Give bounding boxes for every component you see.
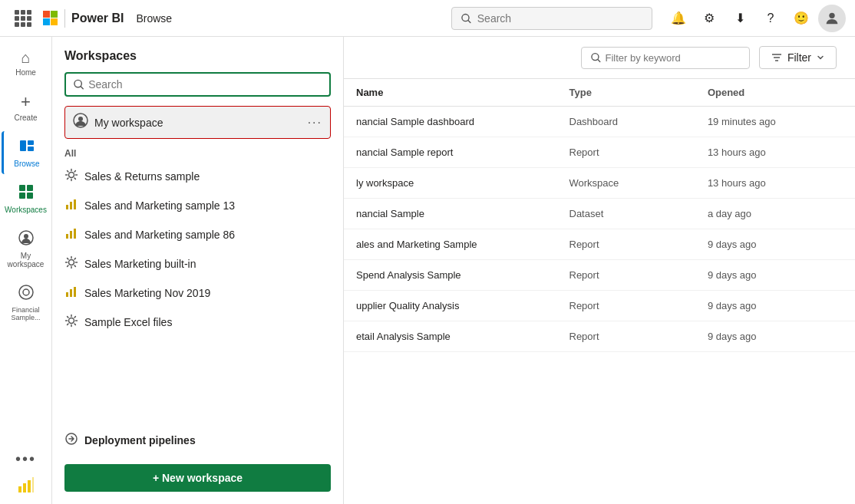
sidebar-item-browse[interactable]: Browse [2,131,51,174]
table-row[interactable]: Spend Analysis Sample Report 9 days ago [344,260,855,291]
topbar-icon-group: 🔔 ⚙ ⬇ ? 🙂 [665,5,846,32]
svg-rect-3 [20,140,26,151]
main-layout: ⌂ Home + Create Browse [0,37,855,504]
svg-rect-6 [19,185,25,191]
sidebar-bottom: ••• [12,445,40,504]
svg-rect-8 [19,193,25,199]
workspace-list-item[interactable]: Sample Excel files [52,308,343,337]
col-header-type: Type [557,79,695,107]
col-header-opened: Opened [695,79,855,107]
svg-line-42 [598,60,600,62]
browse-label-sidebar: Browse [14,160,39,168]
new-workspace-button[interactable]: + New workspace [64,464,331,492]
content-toolbar: Filter [344,37,855,79]
cell-opened: 9 days ago [695,229,855,260]
cell-name: etail Analysis Sample [344,321,557,352]
settings-button[interactable]: ⚙ [695,5,723,32]
svg-rect-9 [27,193,33,199]
cell-name: upplier Quality Analysis [344,291,557,321]
table-row[interactable]: nancial Sample report Report 13 hours ag… [344,137,855,168]
powerbi-bottom-icon [17,476,35,498]
browse-label[interactable]: Browse [130,9,178,28]
my-workspace-selected-icon [73,113,88,132]
sidebar-item-home[interactable]: ⌂ Home [2,43,51,83]
table-row[interactable]: ales and Marketing Sample Report 9 days … [344,229,855,260]
my-workspace-ellipsis[interactable]: ··· [308,116,322,130]
sidebar-item-financial-sample[interactable]: Financial Sample... [2,278,51,328]
feedback-button[interactable]: 🙂 [787,5,815,32]
table-row[interactable]: etail Analysis Sample Report 9 days ago [344,321,855,352]
workspaces-icon [18,183,35,204]
main-content: Filter Name Type Opened nancial Sample d… [344,37,855,504]
workspace-item-icon [64,168,78,185]
cell-opened: a day ago [695,199,855,229]
svg-point-33 [320,262,322,264]
workspace-search-input[interactable] [88,78,322,91]
create-label: Create [14,114,37,122]
svg-rect-16 [28,480,31,492]
cell-opened: 9 days ago [695,260,855,291]
workspace-list-item[interactable]: Sales Marketing built-in [52,249,343,278]
svg-point-11 [24,234,28,239]
deployment-pipelines-item[interactable]: Deployment pipelines [52,423,343,458]
waffle-icon [12,7,35,30]
cell-type: Report [557,137,695,168]
workspace-item-name: Sales & Returns sample [84,170,312,183]
workspace-list-item[interactable]: Sales & Returns sample [52,162,343,191]
workspace-list-item[interactable]: Sales Marketing Nov 2019 [52,278,343,308]
workspace-search-bar[interactable] [64,72,331,97]
workspaces-panel-title: Workspaces [52,49,343,72]
person-icon [824,10,840,27]
filter-keyword-bar[interactable] [581,47,750,69]
workspace-list-item[interactable]: Sales and Marketing sample 13 [52,191,343,220]
topbar-divider [64,9,65,28]
workspace-item-name: Sales and Marketing sample 13 [84,199,325,212]
download-button[interactable]: ⬇ [726,5,754,32]
notification-button[interactable]: 🔔 [665,5,692,32]
table-row[interactable]: upplier Quality Analysis Report 9 days a… [344,291,855,321]
svg-rect-27 [70,202,72,209]
svg-point-39 [69,318,74,324]
browse-icon [18,137,35,158]
svg-point-32 [69,260,74,265]
table-row[interactable]: nancial Sample dashboard Dashboard 19 mi… [344,107,855,137]
cell-opened: 13 hours ago [695,137,855,168]
col-header-name: Name [344,79,557,107]
cell-opened: 9 days ago [695,291,855,321]
sidebar-item-my-workspace[interactable]: My workspace [2,223,51,275]
waffle-menu-button[interactable] [9,5,37,32]
filter-button[interactable]: Filter [759,46,837,69]
svg-rect-26 [66,205,68,209]
content-table: Name Type Opened nancial Sample dashboar… [344,79,855,504]
cell-name: nancial Sample dashboard [344,107,557,137]
svg-line-1 [468,20,470,22]
my-workspace-selected-item[interactable]: My workspace ··· [64,106,331,139]
recent-items-table: Name Type Opened nancial Sample dashboar… [344,79,855,352]
svg-rect-4 [28,140,34,145]
table-row[interactable]: ly workspace Workspace 13 hours ago [344,168,855,199]
cell-opened: 13 hours ago [695,168,855,199]
topbar-left: Power BI Browse [9,5,178,32]
financial-sample-label: Financial Sample... [5,306,48,321]
svg-point-23 [320,174,322,176]
workspace-item-icon [64,285,78,301]
workspace-list-item[interactable]: Sales and Marketing sample 86 [52,220,343,249]
cell-type: Dashboard [557,107,695,137]
cell-name: ly workspace [344,168,557,199]
global-search-input[interactable] [477,12,642,25]
pipelines-icon [64,432,78,449]
svg-point-13 [23,289,29,295]
table-row[interactable]: nancial Sample Dataset a day ago [344,199,855,229]
svg-point-25 [328,174,330,176]
filter-button-label: Filter [787,51,811,64]
workspaces-label: Workspaces [5,206,47,214]
workspace-item-name: Sales Marketing Nov 2019 [84,287,325,299]
global-search-bar[interactable] [451,7,652,30]
filter-keyword-input[interactable] [606,52,740,64]
more-options-button[interactable]: ••• [12,445,40,473]
sidebar-item-workspaces[interactable]: Workspaces [2,177,51,220]
help-button[interactable]: ? [757,5,784,32]
workspace-item-name: Sales Marketing built-in [84,258,312,270]
sidebar-item-create[interactable]: + Create [2,86,51,128]
user-avatar[interactable] [818,5,846,32]
